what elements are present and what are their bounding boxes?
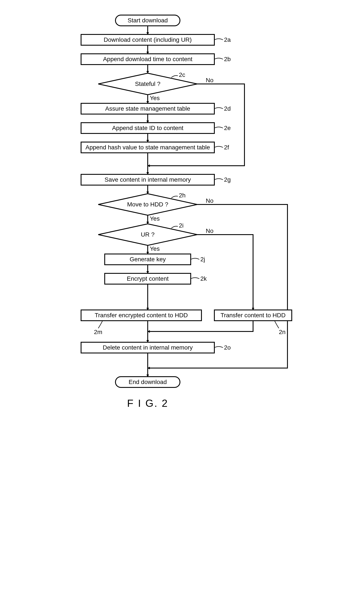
process-2e-text: Append state ID to content xyxy=(112,125,183,131)
branch-yes: Yes xyxy=(150,215,160,222)
label-2e: 2e xyxy=(224,125,231,131)
process-2d-text: Assure state management table xyxy=(105,105,190,112)
decision-2c-text: Stateful ? xyxy=(135,81,160,87)
decision-2h-text: Move to HDD ? xyxy=(127,201,168,208)
leader xyxy=(171,76,178,78)
leader xyxy=(214,146,223,148)
label-2k: 2k xyxy=(200,275,207,282)
process-2j-text: Generate key xyxy=(130,256,166,263)
branch-yes: Yes xyxy=(150,95,160,101)
process-2b-text: Append download time to content xyxy=(103,56,193,62)
label-2j: 2j xyxy=(200,256,205,263)
label-2m: 2m xyxy=(94,329,102,335)
flow-arrow xyxy=(197,235,253,310)
leader xyxy=(214,39,223,40)
terminal-start-text: Start download xyxy=(128,17,168,24)
leader xyxy=(274,321,279,328)
label-2n: 2n xyxy=(279,329,286,335)
leader xyxy=(214,58,223,59)
process-2f-text: Append hash value to state management ta… xyxy=(85,144,210,151)
process-2n-text: Transfer content to HDD xyxy=(220,312,285,319)
leader xyxy=(214,179,223,180)
process-2a-text: Download content (including UR) xyxy=(104,36,192,43)
leader xyxy=(214,347,223,348)
branch-no: No xyxy=(206,77,213,83)
label-2c: 2c xyxy=(179,71,185,78)
leader xyxy=(171,196,178,198)
process-2o-text: Delete content in internal memory xyxy=(103,344,193,351)
branch-no: No xyxy=(206,228,213,234)
leader xyxy=(214,127,223,128)
leader xyxy=(191,278,199,279)
leader xyxy=(191,258,199,259)
figure-caption: F I G. 2 xyxy=(127,397,168,409)
terminal-end-text: End download xyxy=(129,379,167,385)
label-2a: 2a xyxy=(224,36,231,43)
label-2i: 2i xyxy=(179,222,184,229)
leader xyxy=(98,321,103,328)
label-2g: 2g xyxy=(224,176,231,183)
process-2k-text: Encrypt content xyxy=(127,275,169,282)
flowchart-svg: Start download Download content (includi… xyxy=(64,6,300,415)
label-2d: 2d xyxy=(224,105,231,112)
label-2f: 2f xyxy=(224,144,229,151)
leader xyxy=(214,108,223,109)
flow-arrow xyxy=(148,321,253,331)
label-2h: 2h xyxy=(179,192,185,199)
branch-yes: Yes xyxy=(150,245,160,252)
leader xyxy=(171,226,178,228)
label-2b: 2b xyxy=(224,56,231,62)
label-2o: 2o xyxy=(224,344,231,351)
process-2m-text: Transfer encrypted content to HDD xyxy=(95,312,188,319)
process-2g-text: Save content in internal memory xyxy=(104,176,191,183)
decision-2i-text: UR ? xyxy=(141,231,155,238)
branch-no: No xyxy=(206,197,213,204)
